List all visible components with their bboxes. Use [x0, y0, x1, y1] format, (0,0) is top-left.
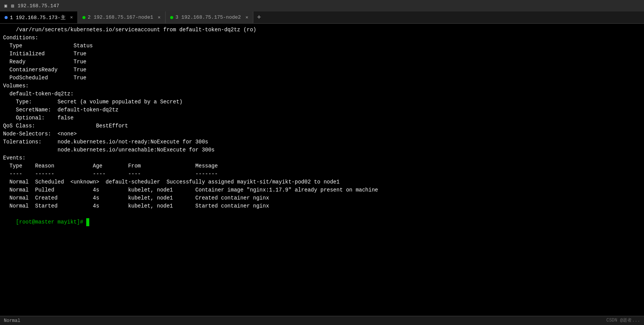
statusbar: Normal [0, 316, 644, 325]
terminal-line-14: Tolerations: node.kubernetes.io/not-read… [3, 138, 641, 146]
terminal-line-6: PodScheduled True [3, 74, 641, 82]
tab-1[interactable]: 1 192.168.75.173-主 ✕ [0, 11, 78, 23]
tab-3-label: 3 192.168.75.175-node2 [175, 14, 241, 20]
terminal-line-15: node.kubernetes.io/unreachable:NoExecute… [3, 146, 641, 154]
terminal-line-1: Conditions: [3, 34, 641, 42]
titlebar: ▣ ▤ 192.168.75.147 [0, 0, 644, 11]
tab-add-button[interactable]: + [253, 11, 265, 23]
tab-1-close[interactable]: ✕ [70, 14, 73, 20]
terminal-line-9: Type: Secret (a volume populated by a Se… [3, 98, 641, 106]
tab-2-dot [82, 16, 85, 19]
tab-1-dot [5, 16, 8, 19]
terminal-line-17: Type Reason Age From Message [3, 162, 641, 170]
tab-2-label: 2 192.168.75.167-node1 [88, 14, 153, 20]
tab-2-close[interactable]: ✕ [158, 14, 161, 20]
terminal-line-22: Normal Started 4s kubelet, node1 Started… [3, 202, 641, 210]
terminal-line-16: Events: [3, 154, 641, 162]
terminal-line-11: Optional: false [3, 114, 641, 122]
terminal-prompt[interactable]: [root@master mayikt]# [3, 210, 641, 234]
terminal: /var/run/secrets/kubernetes.io/serviceac… [0, 24, 644, 325]
titlebar-title: 192.168.75.147 [18, 3, 59, 9]
tab-3-close[interactable]: ✕ [245, 14, 248, 20]
terminal-line-12: QoS Class: BestEffort [3, 122, 641, 130]
titlebar-icon-2[interactable]: ▤ [10, 3, 15, 8]
tab-1-label: 1 192.168.75.173-主 [10, 14, 66, 21]
terminal-line-2: Type Status [3, 42, 641, 50]
tab-2[interactable]: 2 192.168.75.167-node1 ✕ [78, 11, 166, 23]
terminal-line-10: SecretName: default-token-dq2tz [3, 106, 641, 114]
titlebar-icons: ▣ ▤ [3, 3, 15, 8]
terminal-line-13: Node-Selectors: <none> [3, 130, 641, 138]
terminal-line-20: Normal Pulled 4s kubelet, node1 Containe… [3, 186, 641, 194]
terminal-line-3: Initialized True [3, 50, 641, 58]
tabbar: 1 192.168.75.173-主 ✕ 2 192.168.75.167-no… [0, 11, 644, 24]
terminal-line-5: ContainersReady True [3, 66, 641, 74]
statusbar-label: Normal [4, 318, 20, 323]
tab-3[interactable]: 3 192.168.75.175-node2 ✕ [166, 11, 253, 23]
watermark: CSDN @逝者... [606, 317, 640, 323]
terminal-line-4: Ready True [3, 58, 641, 66]
terminal-line-0: /var/run/secrets/kubernetes.io/serviceac… [3, 26, 641, 34]
terminal-line-8: default-token-dq2tz: [3, 90, 641, 98]
titlebar-icon-1[interactable]: ▣ [3, 3, 8, 8]
terminal-line-18: ---- ------ ---- ---- ------- [3, 170, 641, 178]
prompt-text: [root@master mayikt]# [16, 219, 87, 225]
terminal-line-21: Normal Created 4s kubelet, node1 Created… [3, 194, 641, 202]
tab-3-dot [170, 16, 173, 19]
terminal-line-19: Normal Scheduled <unknown> default-sched… [3, 178, 641, 186]
terminal-line-7: Volumes: [3, 82, 641, 90]
